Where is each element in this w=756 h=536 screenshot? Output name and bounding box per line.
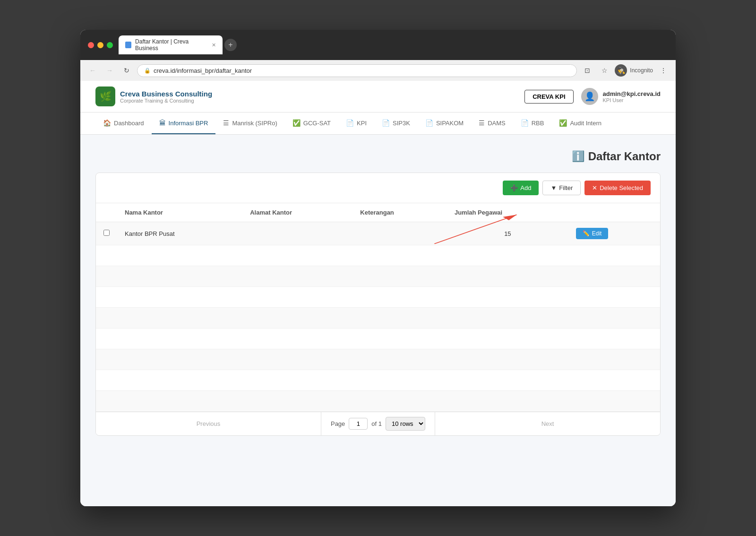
nav-item-dams[interactable]: ☰ DAMS — [471, 112, 513, 134]
column-nama-kantor: Nama Kantor — [117, 203, 242, 222]
bookmark-button[interactable]: ☆ — [598, 64, 611, 77]
main-content: ℹ️ Daftar Kantor ➕ Add ▼ Filter — [80, 135, 676, 451]
table-card: ➕ Add ▼ Filter ✕ Delete Selected — [95, 173, 661, 436]
delete-label: Delete Selected — [600, 184, 643, 191]
nav-item-dashboard[interactable]: 🏠 Dashboard — [95, 112, 152, 134]
filter-button[interactable]: ▼ Filter — [542, 181, 581, 195]
column-action — [568, 203, 660, 222]
incognito-avatar: 🕵 — [615, 64, 627, 77]
nav-label-rbb: RBB — [532, 120, 544, 127]
dams-icon: ☰ — [479, 119, 485, 127]
tab-close-button[interactable]: ✕ — [212, 42, 216, 48]
nav-actions: ⊡ ☆ 🕵 Incognito ⋮ — [581, 64, 670, 77]
sipakom-icon: 📄 — [425, 119, 433, 127]
nav-item-sipakom[interactable]: 📄 SIPAKOM — [418, 112, 471, 134]
page-title-area: ℹ️ Daftar Kantor — [95, 150, 661, 163]
nav-item-rbb[interactable]: 📄 RBB — [513, 112, 552, 134]
table-row: Kantor BPR Pusat 15 ✏️ Edit — [96, 222, 660, 245]
nav-label-sipakom: SIPAKOM — [436, 120, 464, 127]
user-role: KPI User — [603, 97, 661, 103]
logo-area: 🌿 Creva Business Consulting Corporate Tr… — [95, 86, 212, 106]
menu-button[interactable]: ⋮ — [657, 64, 670, 77]
add-button[interactable]: ➕ Add — [503, 181, 539, 195]
nav-label-kpi: KPI — [357, 120, 367, 127]
page-info: Page of 1 10 rows 25 rows 50 rows — [321, 412, 435, 435]
browser-navbar: ← → ↻ 🔒 creva.id/informasi_bpr/daftar_ka… — [80, 60, 676, 81]
header-right: CREVA KPI 👤 admin@kpi.creva.id KPI User — [524, 88, 661, 105]
cell-action: ✏️ Edit — [568, 222, 660, 245]
previous-button[interactable]: Previous — [96, 414, 321, 434]
address-bar[interactable]: 🔒 creva.id/informasi_bpr/daftar_kantor — [137, 64, 577, 77]
column-jumlah-pegawai: Jumlah Pegawai — [447, 203, 568, 222]
page-title: ℹ️ Daftar Kantor — [95, 150, 661, 163]
forward-button[interactable]: → — [103, 64, 116, 77]
user-details: admin@kpi.creva.id KPI User — [603, 90, 661, 103]
nav-label-audit-intern: Audit Intern — [570, 120, 601, 127]
maximize-button[interactable] — [107, 42, 113, 48]
table-row-empty — [96, 391, 660, 412]
table-wrapper: Nama Kantor Alamat Kantor Keterangan Jum… — [96, 203, 660, 412]
back-button[interactable]: ← — [86, 64, 99, 77]
edit-icon: ✏️ — [583, 230, 590, 237]
edit-label: Edit — [592, 230, 602, 237]
audit-intern-icon: ✅ — [559, 119, 567, 127]
edit-button[interactable]: ✏️ Edit — [576, 228, 609, 239]
column-checkbox — [96, 203, 117, 222]
rows-per-page-select[interactable]: 10 rows 25 rows 50 rows — [386, 417, 425, 431]
new-tab-button[interactable]: + — [224, 39, 237, 51]
nav-item-sip3k[interactable]: 📄 SIP3K — [374, 112, 418, 134]
delete-selected-button[interactable]: ✕ Delete Selected — [584, 181, 651, 195]
row-checkbox[interactable] — [103, 230, 110, 236]
delete-icon: ✕ — [592, 184, 597, 191]
nav-label-informasi-bpr: Informasi BPR — [169, 120, 208, 127]
table-row-empty — [96, 266, 660, 287]
filter-icon: ▼ — [550, 184, 557, 191]
incognito-label: Incognito — [630, 67, 653, 74]
logo-icon: 🌿 — [95, 86, 115, 106]
dashboard-icon: 🏠 — [103, 119, 111, 127]
incognito-badge: 🕵 Incognito — [615, 64, 653, 77]
informasi-bpr-icon: 🏛 — [159, 119, 166, 127]
manrisk-icon: ☰ — [223, 119, 229, 127]
logo-subtitle: Corporate Training & Consulting — [120, 98, 212, 104]
table-row-empty — [96, 245, 660, 266]
traffic-lights — [88, 42, 113, 48]
cell-jumlah-pegawai: 15 — [447, 222, 568, 245]
nav-item-audit-intern[interactable]: ✅ Audit Intern — [551, 112, 609, 134]
table-row-empty — [96, 349, 660, 370]
app-header: 🌿 Creva Business Consulting Corporate Tr… — [80, 81, 676, 112]
cast-button[interactable]: ⊡ — [581, 64, 594, 77]
pagination-bar: Previous Page of 1 10 rows 25 rows 50 ro… — [96, 412, 660, 435]
page-number-input[interactable] — [349, 418, 368, 430]
page-title-text: Daftar Kantor — [588, 150, 661, 163]
cell-nama-kantor: Kantor BPR Pusat — [117, 222, 242, 245]
nav-item-kpi[interactable]: 📄 KPI — [338, 112, 374, 134]
user-avatar: 👤 — [581, 88, 598, 105]
browser-titlebar: Daftar Kantor | Creva Business ✕ + — [80, 30, 676, 60]
close-button[interactable] — [88, 42, 94, 48]
kpi-nav-icon: 📄 — [346, 119, 354, 127]
total-pages: of 1 — [371, 420, 382, 427]
kpi-button[interactable]: CREVA KPI — [524, 90, 573, 104]
minimize-button[interactable] — [97, 42, 103, 48]
app-content: 🌿 Creva Business Consulting Corporate Tr… — [80, 81, 676, 506]
nav-item-manrisk[interactable]: ☰ Manrisk (SIPRo) — [215, 112, 284, 134]
cell-alamat-kantor — [242, 222, 352, 245]
nav-item-gcg-sat[interactable]: ✅ GCG-SAT — [285, 112, 338, 134]
nav-label-dashboard: Dashboard — [114, 120, 144, 127]
refresh-button[interactable]: ↻ — [120, 64, 133, 77]
logo-title: Creva Business Consulting — [120, 90, 212, 98]
tab-title: Daftar Kantor | Creva Business — [135, 38, 208, 52]
add-label: Add — [520, 184, 531, 191]
browser-window: Daftar Kantor | Creva Business ✕ + ← → ↻… — [80, 30, 676, 506]
next-button[interactable]: Next — [435, 414, 660, 434]
logo-text-area: Creva Business Consulting Corporate Trai… — [120, 90, 212, 104]
url-text: creva.id/informasi_bpr/daftar_kantor — [154, 67, 252, 74]
add-plus-icon: ➕ — [510, 184, 518, 191]
nav-item-informasi-bpr[interactable]: 🏛 Informasi BPR — [152, 112, 216, 134]
cell-keterangan — [352, 222, 447, 245]
table-toolbar: ➕ Add ▼ Filter ✕ Delete Selected — [96, 173, 660, 203]
active-tab[interactable]: Daftar Kantor | Creva Business ✕ — [119, 35, 223, 54]
table-row-empty — [96, 308, 660, 329]
nav-label-manrisk: Manrisk (SIPRo) — [232, 120, 277, 127]
